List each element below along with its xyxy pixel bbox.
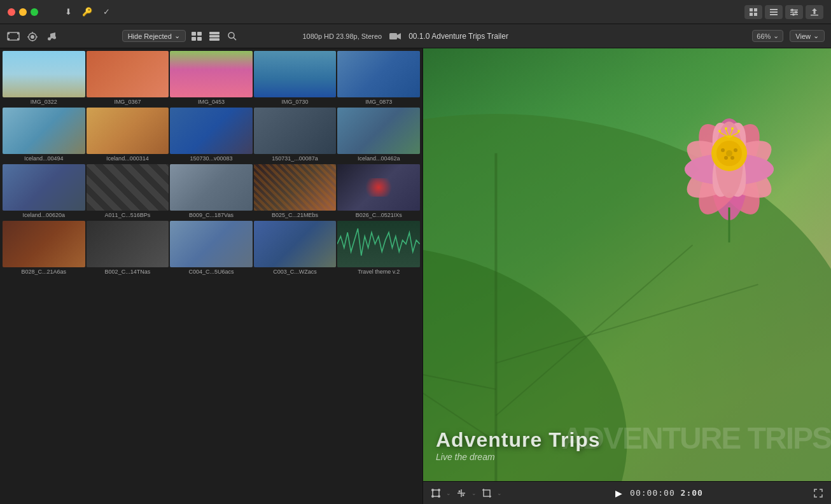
- transform-icon[interactable]: [429, 487, 442, 500]
- media-item-b026[interactable]: B026_C...0521IXs: [337, 164, 420, 220]
- svg-point-10: [791, 8, 793, 11]
- svg-rect-30: [197, 37, 202, 41]
- project-title: 00.1.0 Adventure Trips Trailer: [409, 32, 508, 41]
- timecode-display: 00:00:00 2:00: [630, 488, 703, 498]
- media-item-iceland314[interactable]: Iceland...000314: [87, 108, 169, 163]
- svg-rect-5: [770, 11, 778, 13]
- crop-icon[interactable]: [480, 487, 493, 500]
- close-button[interactable]: [8, 8, 15, 16]
- check-icon[interactable]: ✓: [99, 5, 113, 19]
- playback-controls: ▶ 00:00:00 2:00: [507, 486, 807, 501]
- search-icon[interactable]: [225, 29, 239, 43]
- media-item-travel[interactable]: Travel theme v.2: [337, 221, 420, 276]
- svg-point-67: [718, 130, 721, 132]
- svg-point-58: [734, 148, 737, 152]
- media-item-iceland494[interactable]: Iceland...00494: [3, 108, 85, 163]
- svg-point-56: [726, 150, 732, 157]
- photos-icon[interactable]: [25, 29, 39, 43]
- svg-rect-31: [209, 32, 220, 34]
- svg-rect-70: [433, 490, 439, 496]
- zoom-button[interactable]: [31, 8, 38, 16]
- fullscreen-icon[interactable]: [812, 487, 825, 500]
- svg-point-59: [724, 156, 728, 160]
- toolbar-left: [6, 29, 59, 43]
- key-icon[interactable]: 🔑: [80, 5, 94, 19]
- preview-left-controls: ⌄ ⌄ ⌄: [429, 487, 502, 500]
- svg-point-26: [53, 36, 56, 39]
- preview-panel: ADVENTURE TRIPS Adventure Trips Live the…: [423, 48, 831, 504]
- svg-rect-4: [770, 9, 778, 10]
- svg-point-74: [438, 495, 440, 498]
- svg-rect-18: [17, 38, 19, 40]
- media-grid: IMG_0322 IMG_0367 IMG_0453 IMG_0730 IMG_…: [0, 48, 422, 504]
- toolbar-center: Hide Rejected ⌄: [65, 29, 296, 43]
- media-item-c003[interactable]: C003_C...WZacs: [254, 221, 337, 276]
- preview-title-main: Adventure Trips: [436, 428, 601, 452]
- media-item-b009[interactable]: B009_C...187Vas: [170, 164, 253, 220]
- layout-icon[interactable]: [190, 29, 204, 43]
- media-import-icon[interactable]: [6, 29, 20, 43]
- media-item-b002[interactable]: B002_C...14TNas: [87, 221, 169, 276]
- svg-point-20: [31, 35, 34, 39]
- svg-point-68: [737, 130, 740, 132]
- play-button[interactable]: ▶: [611, 486, 626, 501]
- list-view-button[interactable]: [765, 5, 783, 19]
- svg-point-76: [463, 494, 464, 496]
- inspector-button[interactable]: [785, 5, 803, 19]
- media-item-b025[interactable]: B025_C...21MEbs: [254, 164, 337, 220]
- svg-rect-15: [8, 32, 10, 34]
- svg-rect-3: [754, 13, 757, 16]
- media-item-img0367[interactable]: IMG_0367: [87, 51, 169, 106]
- trim-icon[interactable]: [455, 487, 468, 500]
- svg-point-72: [438, 489, 440, 491]
- svg-rect-17: [17, 32, 19, 34]
- media-item-150730[interactable]: 150730...v00083: [170, 108, 253, 163]
- media-item-img0453[interactable]: IMG_0453: [170, 51, 253, 106]
- camera-icon[interactable]: [388, 29, 402, 43]
- svg-rect-27: [192, 32, 196, 36]
- media-browser: IMG_0322 IMG_0367 IMG_0453 IMG_0730 IMG_…: [0, 48, 423, 504]
- title-bar: ⬇ 🔑 ✓: [0, 0, 831, 24]
- audio-icon[interactable]: [45, 29, 59, 43]
- main-content: IMG_0322 IMG_0367 IMG_0453 IMG_0730 IMG_…: [0, 48, 831, 504]
- svg-rect-2: [750, 13, 753, 16]
- zoom-control[interactable]: 66% ⌄: [752, 30, 783, 42]
- media-item-c004[interactable]: C004_C...5U6acs: [170, 221, 253, 276]
- svg-point-73: [431, 495, 434, 498]
- svg-point-71: [431, 489, 434, 491]
- toolbar: Hide Rejected ⌄ 1080p HD 23.98p, Stereo: [0, 24, 831, 48]
- svg-rect-33: [209, 38, 220, 41]
- media-item-150731[interactable]: 150731_...00087a: [254, 108, 337, 163]
- svg-rect-29: [192, 37, 196, 41]
- view-controls: [744, 5, 823, 19]
- preview-controls: ⌄ ⌄ ⌄: [423, 481, 831, 504]
- grid-view-button[interactable]: [744, 5, 762, 19]
- format-status: 1080p HD 23.98p, Stereo: [302, 32, 382, 40]
- svg-rect-13: [811, 15, 818, 16]
- svg-rect-1: [754, 8, 757, 11]
- preview-right-controls: [812, 487, 825, 500]
- media-item-iceland462[interactable]: Iceland...00462a: [337, 108, 420, 163]
- media-item-b028[interactable]: B028_C...21A6as: [3, 221, 85, 276]
- preview-watermark: ADVENTURE TRIPS: [562, 421, 831, 456]
- svg-point-34: [228, 32, 234, 38]
- preview-title-sub: Live the dream: [436, 452, 601, 462]
- svg-point-66: [731, 127, 734, 130]
- svg-line-35: [234, 38, 236, 40]
- minimize-button[interactable]: [19, 8, 27, 16]
- hide-rejected-button[interactable]: Hide Rejected ⌄: [122, 30, 186, 42]
- media-item-a011[interactable]: A011_C...516BPs: [87, 164, 169, 220]
- window-controls[interactable]: [8, 8, 38, 16]
- browser-layout-icon[interactable]: [207, 29, 221, 43]
- media-item-img0730[interactable]: IMG_0730: [254, 51, 337, 106]
- media-item-iceland620[interactable]: Iceland...00620a: [3, 164, 85, 220]
- svg-point-65: [725, 127, 727, 130]
- svg-rect-0: [750, 8, 753, 11]
- svg-point-75: [459, 490, 461, 492]
- export-button[interactable]: [806, 5, 823, 19]
- media-item-img0873[interactable]: IMG_0873: [337, 51, 420, 106]
- media-item-img0322[interactable]: IMG_0322: [3, 51, 85, 106]
- view-button[interactable]: View ⌄: [790, 30, 825, 42]
- download-icon[interactable]: ⬇: [61, 5, 75, 19]
- svg-rect-28: [197, 32, 202, 36]
